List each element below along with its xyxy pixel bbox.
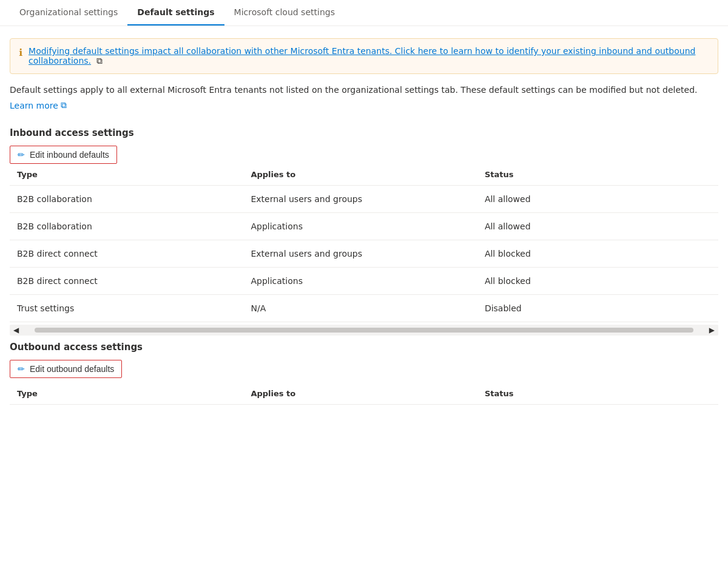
description-text: Default settings apply to all external M… — [10, 84, 718, 96]
inbound-row-type-3: B2B direct connect — [10, 268, 243, 295]
edit-inbound-label: Edit inbound defaults — [30, 150, 109, 160]
inbound-row-applies-4: N/A — [243, 295, 477, 322]
edit-outbound-label: Edit outbound defaults — [30, 364, 114, 374]
inbound-row-type-1: B2B collaboration — [10, 213, 243, 240]
inbound-table-row: B2B collaboration Applications All allow… — [10, 213, 718, 240]
inbound-table-container: Type Applies to Status B2B collaboration… — [10, 164, 718, 322]
outbound-section: Outbound access settings ✏ Edit outbound… — [10, 342, 718, 405]
info-icon: ℹ — [19, 47, 22, 58]
inbound-table-row: Trust settings N/A Disabled — [10, 295, 718, 322]
outbound-table: Type Applies to Status — [10, 383, 718, 405]
scroll-right-arrow[interactable]: ▶ — [706, 326, 718, 334]
learn-more-external-icon: ⧉ — [61, 100, 67, 110]
col-header-type-outbound: Type — [10, 383, 243, 405]
inbound-row-status-2: All blocked — [477, 240, 718, 268]
learn-more-link[interactable]: Learn more ⧉ — [10, 100, 67, 110]
inbound-table-row: B2B direct connect External users and gr… — [10, 240, 718, 268]
tab-bar: Organizational settings Default settings… — [0, 0, 728, 26]
inbound-row-applies-3: Applications — [243, 268, 477, 295]
inbound-row-status-3: All blocked — [477, 268, 718, 295]
outbound-heading: Outbound access settings — [10, 342, 718, 353]
col-header-type-inbound: Type — [10, 164, 243, 186]
inbound-row-applies-1: Applications — [243, 213, 477, 240]
inbound-row-type-2: B2B direct connect — [10, 240, 243, 268]
banner-text[interactable]: Modifying default settings impact all co… — [29, 46, 709, 66]
col-header-applies-inbound: Applies to — [243, 164, 477, 186]
inbound-table-header-row: Type Applies to Status — [10, 164, 718, 186]
horizontal-scrollbar[interactable]: ◀ ▶ — [10, 325, 718, 336]
inbound-table-row: B2B collaboration External users and gro… — [10, 186, 718, 213]
outbound-table-container: Type Applies to Status — [10, 383, 718, 405]
col-header-status-outbound: Status — [477, 383, 718, 405]
pencil-icon-outbound: ✏ — [18, 364, 25, 374]
main-content: ℹ Modifying default settings impact all … — [0, 26, 728, 405]
scrollbar-track[interactable] — [35, 328, 693, 333]
info-banner: ℹ Modifying default settings impact all … — [10, 38, 718, 74]
inbound-table-row: B2B direct connect Applications All bloc… — [10, 268, 718, 295]
inbound-row-status-4: Disabled — [477, 295, 718, 322]
inbound-row-status-1: All allowed — [477, 213, 718, 240]
inbound-row-type-0: B2B collaboration — [10, 186, 243, 213]
inbound-row-type-4: Trust settings — [10, 295, 243, 322]
inbound-row-status-0: All allowed — [477, 186, 718, 213]
inbound-row-applies-2: External users and groups — [243, 240, 477, 268]
col-header-applies-outbound: Applies to — [243, 383, 477, 405]
outbound-table-header-row: Type Applies to Status — [10, 383, 718, 405]
tab-organizational[interactable]: Organizational settings — [10, 0, 127, 25]
inbound-section: Inbound access settings ✏ Edit inbound d… — [10, 127, 718, 336]
inbound-row-applies-0: External users and groups — [243, 186, 477, 213]
col-header-status-inbound: Status — [477, 164, 718, 186]
external-link-icon: ⧉ — [96, 56, 103, 66]
pencil-icon-inbound: ✏ — [18, 150, 25, 160]
edit-inbound-button[interactable]: ✏ Edit inbound defaults — [10, 146, 117, 164]
tab-default[interactable]: Default settings — [127, 0, 224, 25]
banner-link[interactable]: Modifying default settings impact all co… — [29, 46, 695, 66]
scroll-left-arrow[interactable]: ◀ — [10, 326, 22, 334]
inbound-table: Type Applies to Status B2B collaboration… — [10, 164, 718, 322]
edit-outbound-button[interactable]: ✏ Edit outbound defaults — [10, 360, 122, 378]
tab-microsoft-cloud[interactable]: Microsoft cloud settings — [224, 0, 345, 25]
inbound-heading: Inbound access settings — [10, 127, 718, 138]
